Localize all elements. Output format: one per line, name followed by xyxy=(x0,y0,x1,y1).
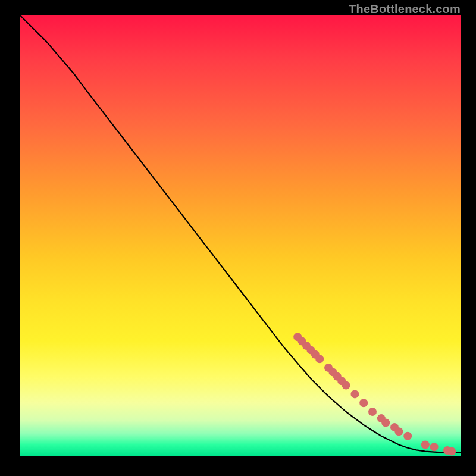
data-point xyxy=(368,408,377,416)
data-point xyxy=(350,390,359,398)
data-point xyxy=(430,443,439,451)
data-point xyxy=(381,419,390,427)
data-point xyxy=(421,441,430,449)
data-point xyxy=(403,432,412,440)
data-point xyxy=(359,399,368,407)
chart-svg xyxy=(20,15,461,456)
watermark-text: TheBottleneck.com xyxy=(349,2,461,16)
data-point xyxy=(315,355,324,363)
data-point xyxy=(342,381,350,390)
bottleneck-curve xyxy=(20,15,461,453)
highlighted-points xyxy=(293,333,456,455)
chart-frame: TheBottleneck.com xyxy=(0,0,476,476)
plot-area xyxy=(20,15,461,456)
data-point xyxy=(447,447,456,456)
data-point xyxy=(394,427,403,436)
